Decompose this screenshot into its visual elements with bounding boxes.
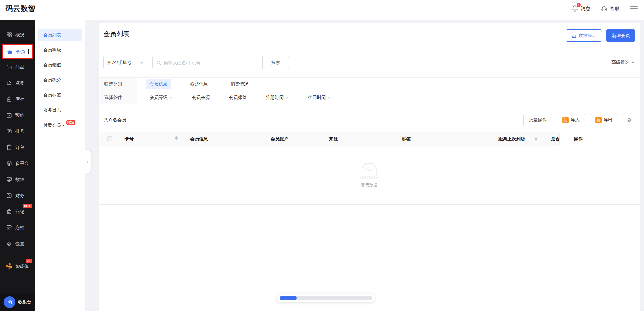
- filter-panel: 筛选类别 会员信息 权益信息 消费情况 选择条件 会员等级 会员来源 会员标签: [99, 77, 640, 104]
- finance-yuan-icon: [6, 192, 12, 199]
- feature-badge: 初: [562, 117, 569, 123]
- condition-member-source[interactable]: 会员来源: [192, 94, 210, 101]
- empty-text: 暂无数据: [361, 182, 377, 188]
- sidebar-item-data[interactable]: 数据: [0, 173, 35, 186]
- submenu-member-points[interactable]: 会员积分: [35, 74, 85, 86]
- table-header: 卡号 会员信息 会员账户 来源 标签 距离上次到店 是否 操作: [99, 132, 640, 146]
- column-member-account: 会员账户: [271, 132, 288, 146]
- condition-register-time[interactable]: 注册时间: [266, 94, 289, 101]
- search-icon: [156, 60, 161, 65]
- notification-badge: 1: [576, 2, 581, 8]
- primary-sidebar: 概况 会员 商品 点餐 库存 预约 排号 订单 多平台 数据 财务: [0, 20, 35, 311]
- sidebar-item-agent[interactable]: AI 智能体: [0, 260, 35, 273]
- sidebar-item-multiplatform[interactable]: 多平台: [0, 157, 35, 170]
- column-source: 来源: [329, 132, 338, 146]
- sort-card-no[interactable]: [175, 136, 178, 140]
- support-button[interactable]: 客服: [600, 5, 619, 12]
- column-card-no: 卡号: [125, 132, 134, 146]
- advanced-filter-toggle[interactable]: 高级筛选: [611, 59, 635, 65]
- submenu-service-log[interactable]: 服务日志: [35, 104, 85, 116]
- submenu-member-tags[interactable]: 会员标签: [35, 89, 85, 101]
- add-member-button[interactable]: 新增会员: [606, 29, 635, 42]
- main-content: 会员列表 数据统计 新增会员 姓名/手机号 搜索 高级筛选: [99, 23, 640, 311]
- app-header: 码云数智 1 消息 客服: [0, 0, 644, 20]
- inventory-icon: [6, 96, 12, 102]
- submenu-member-stored-value[interactable]: 会员储值: [35, 59, 85, 71]
- ai-badge: AI: [26, 259, 32, 263]
- search-field-select[interactable]: 姓名/手机号: [103, 56, 147, 69]
- import-button[interactable]: 初 导入: [557, 114, 585, 126]
- chevron-down-icon: [139, 61, 144, 65]
- menu-icon[interactable]: [630, 6, 638, 11]
- sidebar-item-booking[interactable]: 预约: [0, 108, 35, 122]
- feature-badge: 初: [595, 117, 602, 123]
- data-monitor-icon: [6, 176, 12, 183]
- submenu-paid-member-card[interactable]: 付费会员卡 NEW: [35, 119, 85, 131]
- empty-box-icon: [360, 162, 378, 177]
- filter-tab-consumption[interactable]: 消费情况: [227, 79, 252, 89]
- sidebar-item-queue[interactable]: 排号: [0, 125, 35, 138]
- sidebar-item-inventory[interactable]: 库存: [0, 92, 35, 106]
- settings-gear-icon: [6, 241, 12, 247]
- marketing-bag-icon: [6, 208, 12, 215]
- app-logo: 码云数智: [5, 4, 36, 13]
- sidebar-item-ordering[interactable]: 点餐: [0, 76, 35, 90]
- sidebar-item-marketing[interactable]: HOT 营销: [0, 205, 35, 218]
- condition-birthday-time[interactable]: 生日时间: [308, 94, 331, 101]
- messages-label: 消息: [581, 5, 590, 12]
- sidebar-item-orders[interactable]: 订单: [0, 141, 35, 154]
- sidebar-item-shop[interactable]: 店铺: [0, 221, 35, 234]
- sidebar-item-finance[interactable]: 财务: [0, 189, 35, 202]
- calendar-check-icon: [6, 112, 12, 118]
- condition-member-level[interactable]: 会员等级: [150, 94, 173, 101]
- select-all-checkbox[interactable]: [107, 136, 112, 141]
- storefront-icon: [6, 224, 12, 231]
- column-clipped: 是否: [551, 132, 560, 146]
- queue-ticket-icon: [6, 128, 12, 134]
- gear-icon: [626, 117, 632, 123]
- text-cursor: [28, 49, 29, 54]
- chevron-up-icon: [631, 60, 635, 64]
- sidebar-divider: [3, 255, 32, 255]
- toolbar-row: 共 0 名会员 批量操作 初 导入 初 导出: [103, 114, 635, 126]
- messages-button[interactable]: 1 消息: [571, 5, 590, 12]
- sidebar-item-members[interactable]: 会员: [2, 44, 33, 59]
- page-title: 会员列表: [103, 29, 635, 38]
- hot-badge: HOT: [23, 204, 32, 208]
- export-button[interactable]: 初 导出: [590, 114, 618, 126]
- empty-box-shadow: [358, 176, 380, 179]
- chevron-down-icon: [285, 96, 289, 100]
- scrollbar-track[interactable]: [280, 296, 372, 300]
- horizontal-scrollbar[interactable]: [277, 294, 375, 302]
- filter-condition-label: 选择条件: [99, 91, 137, 104]
- new-badge: NEW: [66, 120, 75, 125]
- sidebar-item-settings[interactable]: 设置: [0, 237, 35, 250]
- secondary-sidebar: 会员列表 会员等级 会员储值 会员积分 会员标签 服务日志 付费会员卡 NEW: [35, 20, 85, 311]
- sort-last-visit[interactable]: [535, 137, 537, 141]
- sidebar-item-cashier[interactable]: 收银台: [0, 293, 35, 311]
- column-tags: 标签: [402, 132, 411, 146]
- chevron-down-icon: [327, 96, 331, 100]
- sidebar-item-overview[interactable]: 概况: [0, 28, 35, 41]
- column-member-info: 会员信息: [190, 132, 208, 146]
- sidebar-item-goods[interactable]: 商品: [0, 60, 35, 74]
- search-button[interactable]: 搜索: [262, 56, 289, 69]
- grid-icon: [6, 31, 12, 38]
- ai-agent-icon: [6, 263, 12, 270]
- goods-icon: [6, 64, 12, 70]
- layers-icon: [6, 160, 12, 167]
- filter-tab-rights-info[interactable]: 权益信息: [186, 79, 212, 89]
- filter-category-label: 筛选类别: [99, 78, 137, 91]
- chevron-down-icon: [169, 96, 173, 100]
- sidebar-collapse-handle[interactable]: ‹: [85, 150, 91, 173]
- filter-tab-member-info[interactable]: 会员信息: [146, 79, 171, 89]
- column-settings-button[interactable]: [623, 114, 635, 126]
- condition-member-tag[interactable]: 会员标签: [229, 94, 247, 101]
- member-count: 共 0 名会员: [103, 117, 126, 123]
- search-input[interactable]: [164, 60, 259, 65]
- submenu-member-list[interactable]: 会员列表: [38, 29, 82, 41]
- data-stats-button[interactable]: 数据统计: [566, 29, 602, 42]
- submenu-member-level[interactable]: 会员等级: [35, 44, 85, 56]
- batch-operation-button[interactable]: 批量操作: [523, 114, 552, 126]
- scrollbar-thumb[interactable]: [280, 296, 297, 300]
